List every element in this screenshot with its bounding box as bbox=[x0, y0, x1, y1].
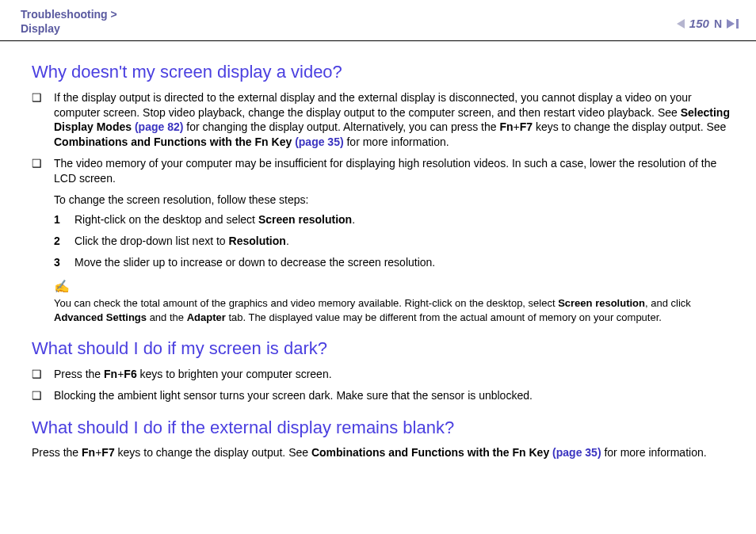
list-text: The video memory of your computer may be… bbox=[54, 156, 739, 186]
list-item: ❑ Blocking the ambient light sensor turn… bbox=[32, 388, 739, 403]
page-n: N bbox=[714, 17, 722, 32]
page-ref-link[interactable]: (page 82) bbox=[135, 120, 183, 133]
list-text: If the display output is directed to the… bbox=[54, 90, 739, 151]
list-item: 2 Click the drop-down list next to Resol… bbox=[54, 234, 739, 249]
prev-page-icon[interactable] bbox=[677, 19, 685, 29]
step-text: Click the drop-down list next to Resolut… bbox=[74, 234, 739, 249]
note-icon: ✍ bbox=[54, 278, 739, 296]
bullet-icon: ❑ bbox=[32, 388, 54, 403]
bullet-icon: ❑ bbox=[32, 90, 54, 151]
sub-intro: To change the screen resolution, follow … bbox=[54, 193, 739, 208]
heading-external: What should I do if the external display… bbox=[32, 416, 739, 440]
step-text: Right-click on the desktop and select Sc… bbox=[74, 212, 739, 227]
bullet-icon: ❑ bbox=[32, 367, 54, 382]
list-dark: ❑ Press the Fn+F6 keys to brighten your … bbox=[32, 367, 739, 403]
page-ref-link[interactable]: (page 35) bbox=[552, 446, 601, 459]
heading-dark: What should I do if my screen is dark? bbox=[32, 337, 739, 360]
breadcrumb-page: Display bbox=[21, 22, 117, 36]
list-item: ❑ If the display output is directed to t… bbox=[32, 90, 739, 151]
list-video: ❑ If the display output is directed to t… bbox=[32, 90, 739, 325]
step-text: Move the slider up to increase or down t… bbox=[74, 255, 739, 270]
list-item: ❑ Press the Fn+F6 keys to brighten your … bbox=[32, 367, 739, 382]
page-ref-link[interactable]: (page 35) bbox=[295, 135, 343, 148]
bullet-icon: ❑ bbox=[32, 156, 54, 186]
breadcrumb-section: Troubleshooting > bbox=[21, 8, 117, 22]
list-item: ❑ The video memory of your computer may … bbox=[32, 156, 739, 186]
next-page-icon[interactable] bbox=[727, 19, 735, 29]
list-text: Blocking the ambient light sensor turns … bbox=[54, 388, 739, 403]
page-content: Why doesn't my screen display a video? ❑… bbox=[0, 41, 756, 475]
breadcrumb: Troubleshooting > Display bbox=[21, 8, 117, 36]
list-item: 1 Right-click on the desktop and select … bbox=[54, 212, 739, 227]
step-number: 3 bbox=[54, 255, 74, 270]
note-text: You can check the total amount of the gr… bbox=[54, 296, 739, 324]
next-page-bar-icon[interactable] bbox=[736, 19, 739, 29]
page-header: Troubleshooting > Display 150 N bbox=[0, 0, 756, 41]
paragraph-external: Press the Fn+F7 keys to change the displ… bbox=[32, 445, 739, 460]
ordered-steps: 1 Right-click on the desktop and select … bbox=[54, 212, 739, 270]
heading-video: Why doesn't my screen display a video? bbox=[32, 60, 739, 84]
step-number: 2 bbox=[54, 234, 74, 249]
step-number: 1 bbox=[54, 212, 74, 227]
list-item: 3 Move the slider up to increase or down… bbox=[54, 255, 739, 270]
pager: 150 N bbox=[677, 8, 739, 32]
page-number: 150 bbox=[689, 16, 709, 32]
list-text: Press the Fn+F6 keys to brighten your co… bbox=[54, 367, 739, 382]
